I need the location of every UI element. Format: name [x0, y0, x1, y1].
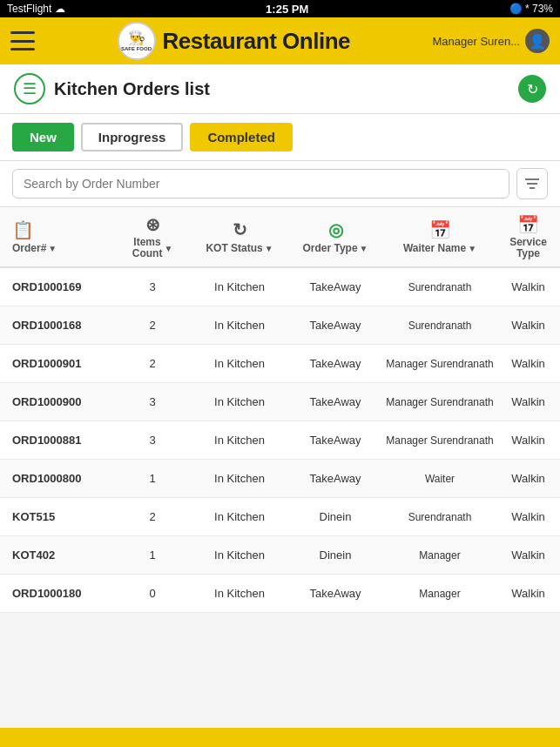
cell-items-count: 1 — [113, 472, 192, 485]
cell-service-type: Walkin — [496, 587, 560, 600]
table-row[interactable]: ORD1000901 2 In Kitchen TakeAway Manager… — [0, 345, 560, 383]
col-waiter-label: Waiter Name — [403, 242, 466, 254]
cell-service-type: Walkin — [496, 434, 560, 447]
col-service-label: ServiceType — [509, 237, 547, 259]
cell-kot-status: In Kitchen — [192, 319, 287, 332]
testflight-label: TestFlight ☁ — [7, 3, 65, 15]
waiter-icon: 📅 — [429, 219, 451, 240]
cell-kot-status: In Kitchen — [192, 357, 287, 370]
cell-order-id: ORD1000881 — [0, 434, 113, 447]
cell-order-type: TakeAway — [287, 280, 383, 293]
col-items-label: ItemsCount — [132, 237, 163, 259]
refresh-button[interactable]: ↻ — [518, 75, 546, 103]
tab-completed[interactable]: Completed — [190, 123, 293, 151]
cell-service-type: Walkin — [496, 280, 560, 293]
cell-waiter-name: Surendranath — [383, 320, 496, 332]
col-header-order[interactable]: 📋 Order# ▼ — [0, 219, 113, 254]
list-icon: ☰ — [14, 73, 45, 104]
col-header-kot[interactable]: ↻ KOT Status ▼ — [192, 219, 287, 254]
cell-waiter-name: Waiter — [383, 473, 496, 485]
col-header-service[interactable]: 📅 ServiceType — [496, 214, 560, 259]
cell-kot-status: In Kitchen — [192, 395, 287, 408]
app-logo: 👨‍🍳 SAFE FOOD — [118, 22, 156, 60]
cell-order-id: ORD1000901 — [0, 357, 113, 370]
bottom-bar — [0, 728, 560, 747]
cell-items-count: 2 — [113, 319, 192, 332]
filter-button[interactable] — [516, 168, 548, 199]
cell-order-id: ORD1000180 — [0, 587, 113, 600]
status-bar: TestFlight ☁ 1:25 PM 🔵 * 73% — [0, 0, 560, 17]
col-header-waiter[interactable]: 📅 Waiter Name ▼ — [383, 219, 496, 254]
search-input[interactable] — [12, 169, 509, 199]
tab-inprogress[interactable]: Inprogress — [81, 123, 184, 151]
cell-order-type: TakeAway — [287, 357, 383, 370]
cell-items-count: 3 — [113, 280, 192, 293]
order-type-arrow-icon: ▼ — [360, 244, 368, 253]
header-left — [10, 31, 35, 50]
table-row[interactable]: ORD1000168 2 In Kitchen TakeAway Surendr… — [0, 306, 560, 345]
cell-order-type: Dinein — [287, 510, 383, 523]
kot-arrow-icon: ▼ — [265, 244, 273, 253]
status-right: 🔵 * 73% — [509, 3, 553, 15]
logo-text: SAFE FOOD — [121, 46, 152, 52]
cell-order-type: Dinein — [287, 548, 383, 562]
orders-list: ORD1000169 3 In Kitchen TakeAway Surendr… — [0, 268, 560, 747]
items-arrow-icon: ▼ — [164, 244, 172, 253]
app-title: Restaurant Online — [163, 28, 350, 55]
chef-icon: 👨‍🍳 — [128, 30, 145, 46]
page-header-left: ☰ Kitchen Orders list — [14, 73, 210, 104]
table-row[interactable]: KOT515 2 In Kitchen Dinein Surendranath … — [0, 498, 560, 536]
order-type-icon: ◎ — [328, 219, 343, 240]
table-row[interactable]: KOT402 1 In Kitchen Dinein Manager Walki… — [0, 536, 560, 575]
user-icon[interactable]: 👤 — [525, 29, 550, 53]
cell-service-type: Walkin — [496, 357, 560, 370]
kot-icon: ↻ — [233, 219, 247, 240]
app-header: 👨‍🍳 SAFE FOOD Restaurant Online Manager … — [0, 17, 560, 64]
col-header-order-type[interactable]: ◎ Order Type ▼ — [287, 219, 383, 254]
cell-service-type: Walkin — [496, 319, 560, 332]
cell-order-id: KOT402 — [0, 548, 113, 562]
cell-waiter-name: Manager Surendranath — [383, 434, 496, 447]
cell-service-type: Walkin — [496, 548, 560, 562]
waiter-arrow-icon: ▼ — [468, 244, 476, 253]
header-right: Manager Suren... 👤 — [433, 29, 550, 53]
header-center: 👨‍🍳 SAFE FOOD Restaurant Online — [118, 22, 350, 60]
cell-kot-status: In Kitchen — [192, 472, 287, 485]
cell-waiter-name: Manager Surendranath — [383, 396, 496, 408]
col-order-type-label: Order Type — [302, 242, 357, 254]
cell-waiter-name: Surendranath — [383, 511, 496, 523]
cell-waiter-name: Manager — [383, 549, 496, 562]
table-row[interactable]: ORD1000169 3 In Kitchen TakeAway Surendr… — [0, 268, 560, 306]
cell-order-id: ORD1000168 — [0, 319, 113, 332]
table-row[interactable]: ORD1000800 1 In Kitchen TakeAway Waiter … — [0, 460, 560, 498]
table-row[interactable]: ORD1000881 3 In Kitchen TakeAway Manager… — [0, 421, 560, 460]
menu-button[interactable] — [10, 31, 35, 50]
order-arrow-icon: ▼ — [48, 244, 57, 253]
cell-order-type: TakeAway — [287, 319, 383, 332]
service-icon: 📅 — [517, 214, 539, 235]
page-header: ☰ Kitchen Orders list ↻ — [0, 64, 560, 114]
table-row[interactable]: ORD1000900 3 In Kitchen TakeAway Manager… — [0, 383, 560, 421]
items-icon: ⊛ — [145, 214, 160, 235]
cell-order-id: ORD1000900 — [0, 395, 113, 408]
cell-order-id: ORD1000169 — [0, 280, 113, 293]
cell-items-count: 3 — [113, 395, 192, 408]
table-row[interactable]: ORD1000180 0 In Kitchen TakeAway Manager… — [0, 575, 560, 613]
cell-items-count: 3 — [113, 434, 192, 447]
order-icon: 📋 — [12, 219, 34, 240]
tab-new[interactable]: New — [12, 123, 74, 151]
cell-kot-status: In Kitchen — [192, 510, 287, 523]
cell-order-id: ORD1000800 — [0, 472, 113, 485]
col-order-label: Order# — [12, 242, 46, 254]
search-row — [0, 161, 560, 207]
col-header-items[interactable]: ⊛ ItemsCount ▼ — [113, 214, 192, 259]
cell-kot-status: In Kitchen — [192, 587, 287, 600]
cell-waiter-name: Surendranath — [383, 281, 496, 293]
cell-service-type: Walkin — [496, 510, 560, 523]
cell-items-count: 2 — [113, 510, 192, 523]
cell-kot-status: In Kitchen — [192, 548, 287, 562]
battery-label: 🔵 * 73% — [509, 3, 553, 15]
cell-items-count: 0 — [113, 587, 192, 600]
col-kot-label: KOT Status — [206, 242, 262, 254]
column-headers: 📋 Order# ▼ ⊛ ItemsCount ▼ ↻ KOT Status ▼… — [0, 207, 560, 268]
